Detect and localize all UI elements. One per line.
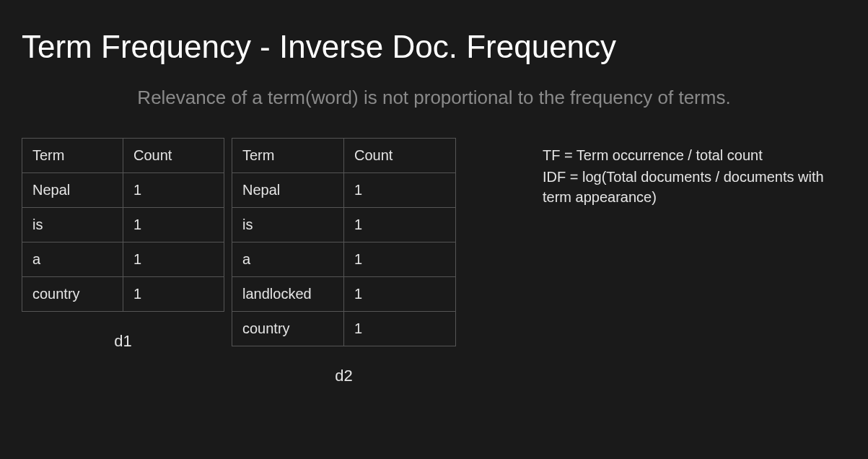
- cell-count: 1: [123, 242, 224, 277]
- cell-count: 1: [344, 242, 456, 277]
- table-row: is 1: [232, 208, 456, 242]
- formula-tf: TF = Term occurrence / total count: [543, 145, 846, 165]
- cell-term: country: [22, 277, 123, 312]
- formula-block: TF = Term occurrence / total count IDF =…: [543, 145, 846, 209]
- table-row: a 1: [232, 242, 456, 277]
- page-subtitle: Relevance of a term(word) is not proport…: [22, 87, 846, 109]
- cell-term: is: [232, 208, 344, 242]
- cell-count: 1: [123, 208, 224, 242]
- content-row: Term Count Nepal 1 is 1 a 1 country 1 d1: [22, 138, 846, 385]
- header-term: Term: [22, 139, 123, 173]
- term-table-d2: Term Count Nepal 1 is 1 a 1 landlocked 1…: [232, 138, 456, 346]
- table-block-d1: Term Count Nepal 1 is 1 a 1 country 1 d1: [22, 138, 224, 351]
- cell-term: Nepal: [22, 173, 123, 208]
- cell-count: 1: [344, 277, 456, 312]
- cell-term: a: [232, 242, 344, 277]
- doc-label-d1: d1: [114, 332, 131, 351]
- table-row: country 1: [232, 312, 456, 346]
- table-row: country 1: [22, 277, 224, 312]
- term-table-d1: Term Count Nepal 1 is 1 a 1 country 1: [22, 138, 224, 312]
- cell-term: is: [22, 208, 123, 242]
- table-row: Term Count: [22, 139, 224, 173]
- cell-count: 1: [344, 208, 456, 242]
- header-count: Count: [123, 139, 224, 173]
- table-row: a 1: [22, 242, 224, 277]
- cell-count: 1: [344, 173, 456, 208]
- table-row: is 1: [22, 208, 224, 242]
- cell-count: 1: [344, 312, 456, 346]
- cell-term: a: [22, 242, 123, 277]
- table-row: Term Count: [232, 139, 456, 173]
- cell-term: country: [232, 312, 344, 346]
- header-term: Term: [232, 139, 344, 173]
- cell-term: landlocked: [232, 277, 344, 312]
- page-title: Term Frequency - Inverse Doc. Frequency: [22, 29, 846, 65]
- table-row: Nepal 1: [22, 173, 224, 208]
- doc-label-d2: d2: [335, 367, 352, 385]
- cell-count: 1: [123, 277, 224, 312]
- header-count: Count: [344, 139, 456, 173]
- cell-count: 1: [123, 173, 224, 208]
- table-row: landlocked 1: [232, 277, 456, 312]
- table-block-d2: Term Count Nepal 1 is 1 a 1 landlocked 1…: [232, 138, 456, 385]
- cell-term: Nepal: [232, 173, 344, 208]
- table-row: Nepal 1: [232, 173, 456, 208]
- formula-idf: IDF = log(Total documents / documents wi…: [543, 167, 846, 207]
